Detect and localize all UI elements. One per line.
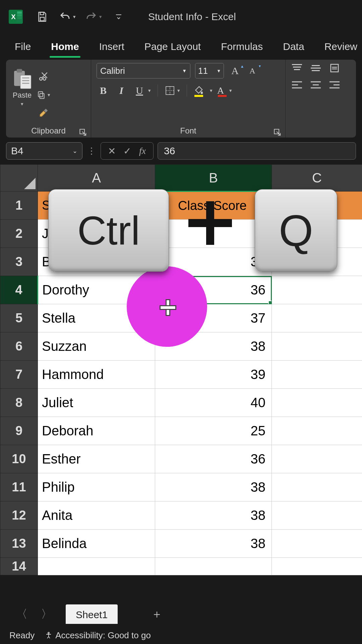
cell[interactable]: S [38, 192, 155, 220]
cell[interactable] [272, 473, 362, 501]
increase-font-size-button[interactable]: A▴ [229, 64, 241, 77]
cell[interactable]: Philip [38, 473, 155, 501]
tab-review[interactable]: Review [323, 39, 359, 57]
tab-page-layout[interactable]: Page Layout [143, 39, 202, 57]
cell[interactable]: s Sc [272, 192, 362, 220]
cell[interactable]: Belinda [38, 530, 155, 558]
align-right-button[interactable] [328, 80, 341, 90]
spreadsheet-grid[interactable]: A B C 1 S Class Score s Sc 2 J 3 3 Bisma… [0, 164, 362, 575]
align-middle-button[interactable] [310, 63, 322, 73]
row-header[interactable]: 9 [0, 417, 38, 445]
cell[interactable] [272, 558, 362, 575]
fill-color-button[interactable]: ▾ [194, 85, 213, 96]
font-dialog-launcher[interactable] [274, 129, 281, 136]
cell[interactable]: 38 [155, 501, 272, 530]
enter-formula-button[interactable]: ✓ [120, 146, 134, 157]
row-header[interactable]: 13 [0, 530, 38, 558]
decrease-font-size-button[interactable]: A▾ [246, 64, 259, 77]
cell[interactable]: 38 [155, 530, 272, 558]
cell[interactable]: Suzzan [38, 332, 155, 361]
undo-dropdown-icon[interactable]: ▾ [73, 14, 76, 20]
font-name-input[interactable]: Calibri▼ [97, 63, 190, 78]
cell[interactable]: Juliet [38, 389, 155, 417]
cell[interactable]: Deborah [38, 417, 155, 445]
next-sheet-button[interactable]: 〉 [41, 606, 52, 622]
clipboard-dialog-launcher[interactable] [79, 129, 87, 136]
cell[interactable] [272, 332, 362, 361]
paste-button[interactable]: Paste ▾ [11, 68, 33, 107]
select-all-button[interactable] [0, 165, 38, 192]
cell[interactable]: 40 [155, 389, 272, 417]
align-bottom-button[interactable] [328, 63, 341, 73]
align-left-button[interactable] [291, 80, 303, 90]
row-header[interactable]: 10 [0, 445, 38, 473]
cell[interactable]: Class Score [155, 192, 272, 220]
cell[interactable]: J [38, 220, 155, 248]
chevron-down-icon[interactable]: ⌄ [72, 147, 77, 155]
cancel-formula-button[interactable]: ✕ [105, 146, 118, 157]
tab-formulas[interactable]: Formulas [220, 39, 264, 57]
copy-button[interactable]: ▾ [37, 89, 50, 101]
column-header-B[interactable]: B [155, 165, 272, 192]
name-box[interactable]: B4⌄ [6, 142, 82, 160]
cell[interactable]: 25 [155, 417, 272, 445]
cell[interactable]: 39 [155, 361, 272, 389]
copy-dropdown-icon[interactable]: ▾ [48, 92, 50, 98]
column-header-A[interactable]: A [38, 165, 155, 192]
undo-button[interactable]: ▾ [59, 11, 76, 23]
underline-button[interactable]: U▾ [133, 85, 151, 96]
redo-button[interactable]: ▾ [85, 11, 102, 23]
cell[interactable]: Bismark [38, 248, 155, 276]
formula-bar[interactable]: 36 [158, 142, 356, 160]
cell[interactable]: 35 [155, 248, 272, 276]
bold-button[interactable]: B [97, 85, 110, 96]
cell[interactable]: 38 [155, 332, 272, 361]
row-header[interactable]: 3 [0, 248, 38, 276]
customize-qat-button[interactable] [111, 9, 126, 24]
borders-button[interactable]: ▾ [165, 85, 180, 96]
format-painter-button[interactable] [37, 108, 50, 120]
row-header[interactable]: 4 [0, 276, 38, 304]
row-header[interactable]: 7 [0, 361, 38, 389]
cell[interactable]: Stella [38, 304, 155, 332]
tab-insert[interactable]: Insert [98, 39, 126, 57]
cell[interactable]: 3 [155, 220, 272, 248]
sheet-tab[interactable]: Sheet1 [66, 604, 118, 624]
font-color-button[interactable]: A ▾ [217, 85, 232, 96]
cell[interactable] [272, 220, 362, 248]
row-header[interactable]: 2 [0, 220, 38, 248]
cell[interactable]: Dorothy [38, 276, 155, 304]
cell[interactable] [272, 501, 362, 530]
insert-function-button[interactable]: fx [136, 146, 149, 156]
cell[interactable]: 36 [155, 445, 272, 473]
cell[interactable]: 37 [155, 304, 272, 332]
chevron-down-icon[interactable]: ▼ [182, 68, 187, 73]
row-header[interactable]: 6 [0, 332, 38, 361]
row-header[interactable]: 11 [0, 473, 38, 501]
redo-dropdown-icon[interactable]: ▾ [99, 14, 102, 20]
chevron-down-icon[interactable]: ▼ [217, 68, 221, 73]
save-button[interactable] [35, 9, 50, 24]
cell[interactable] [272, 276, 362, 304]
cell[interactable] [272, 304, 362, 332]
cell[interactable] [272, 445, 362, 473]
cell-selected[interactable]: 36 [155, 276, 272, 304]
row-header[interactable]: 5 [0, 304, 38, 332]
align-top-button[interactable] [291, 63, 303, 73]
cell[interactable] [38, 558, 155, 575]
cell[interactable] [272, 361, 362, 389]
accessibility-status[interactable]: Accessibility: Good to go [45, 630, 151, 641]
column-header-C[interactable]: C [272, 165, 362, 192]
cell[interactable] [272, 248, 362, 276]
font-size-input[interactable]: 11▼ [195, 63, 224, 78]
cell[interactable]: Anita [38, 501, 155, 530]
row-header[interactable]: 8 [0, 389, 38, 417]
cell[interactable] [272, 530, 362, 558]
tab-data[interactable]: Data [282, 39, 305, 57]
italic-button[interactable]: I [115, 85, 128, 96]
cut-button[interactable] [37, 70, 50, 82]
tab-home[interactable]: Home [50, 39, 80, 57]
row-header[interactable]: 14 [0, 558, 38, 575]
tab-file[interactable]: File [13, 39, 32, 57]
cell[interactable]: Esther [38, 445, 155, 473]
